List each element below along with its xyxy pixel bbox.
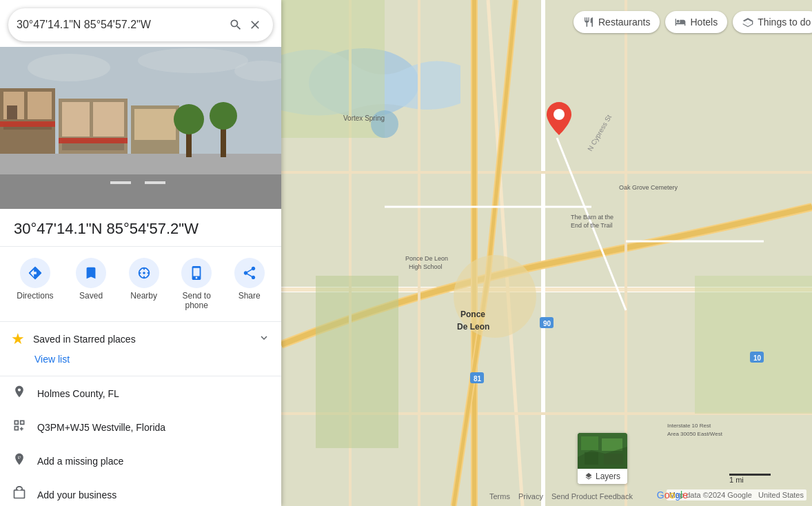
category-things-to-do[interactable]: Things to do [733, 11, 812, 33]
svg-text:Ponce: Ponce [460, 310, 485, 319]
svg-point-21 [174, 104, 204, 134]
share-icon [234, 258, 265, 288]
svg-point-24 [28, 54, 110, 81]
footer-links: Terms Privacy Send Product Feedback [489, 492, 633, 500]
svg-point-59 [554, 109, 565, 120]
svg-rect-17 [0, 174, 281, 209]
saved-button[interactable]: Saved [70, 255, 112, 313]
send-to-phone-icon [181, 258, 212, 288]
svg-rect-33 [19, 456, 20, 457]
svg-rect-8 [0, 121, 55, 127]
search-input-wrapper [8, 8, 273, 41]
svg-rect-16 [0, 154, 281, 174]
nearby-icon [129, 258, 159, 288]
svg-rect-11 [93, 102, 124, 136]
saved-section: ★ Saved in Starred places View list [0, 322, 281, 376]
location-icon [11, 385, 28, 402]
share-button[interactable]: Share [229, 255, 270, 313]
send-to-phone-label: Send tophone [182, 291, 210, 310]
svg-text:High School: High School [409, 263, 443, 270]
things-to-do-label: Things to do [758, 17, 811, 28]
add-missing-icon [11, 452, 28, 469]
saved-icon [76, 258, 106, 288]
layers-label-bar: Layers [578, 469, 627, 484]
svg-rect-63 [602, 438, 622, 451]
layers-text: Layers [596, 472, 620, 481]
add-business-text: Add your business [37, 489, 116, 500]
svg-text:Area 30050 East/West: Area 30050 East/West [667, 431, 723, 437]
svg-rect-13 [59, 138, 128, 143]
saved-label: Saved [79, 291, 103, 301]
svg-text:Interstate 10 Rest: Interstate 10 Rest [667, 423, 711, 429]
scale-label: 1 mi [729, 476, 744, 484]
place-title: 30°47'14.1"N 85°54'57.2"W [0, 209, 281, 247]
svg-rect-62 [581, 436, 598, 450]
svg-text:End of the Trail: End of the Trail [571, 222, 613, 229]
svg-point-25 [138, 48, 248, 73]
category-hotels[interactable]: Hotels [665, 11, 727, 33]
nearby-label: Nearby [130, 291, 157, 301]
street-view[interactable] [0, 47, 281, 209]
location-text: Holmes County, FL [37, 388, 119, 399]
svg-text:The Barn at the: The Barn at the [571, 214, 613, 221]
street-view-image [0, 47, 281, 209]
google-logo: Google [657, 489, 688, 500]
pluscode-icon [11, 418, 28, 436]
directions-button[interactable]: Directions [11, 255, 59, 313]
hotels-label: Hotels [690, 17, 718, 28]
svg-point-60 [556, 124, 562, 130]
terms-link[interactable]: Terms [489, 492, 510, 500]
view-list-button[interactable]: View list [11, 348, 70, 367]
svg-text:Ponce De Leon: Ponce De Leon [405, 255, 448, 262]
svg-rect-5 [28, 92, 52, 119]
send-to-phone-button[interactable]: Send tophone [176, 255, 217, 313]
svg-rect-40 [316, 276, 398, 448]
saved-left: ★ Saved in Starred places [11, 330, 136, 348]
saved-title: Saved in Starred places [33, 334, 136, 345]
pluscode-row[interactable]: Q3PM+WJ5 Westville, Florida [0, 410, 281, 444]
add-business-icon [11, 486, 28, 503]
svg-point-28 [143, 272, 145, 274]
svg-point-23 [210, 102, 237, 130]
clear-button[interactable] [245, 15, 265, 34]
svg-text:90: 90 [543, 320, 551, 327]
svg-rect-39 [695, 276, 812, 414]
chevron-down-icon [258, 332, 270, 347]
saved-header[interactable]: ★ Saved in Starred places [11, 330, 270, 348]
pluscode-text: Q3PM+WJ5 Westville, Florida [37, 422, 165, 433]
directions-icon [20, 258, 50, 288]
map-canvas[interactable]: Vortex Spring Ponce De Leon 90 81 10 Pon… [281, 0, 812, 506]
svg-rect-10 [62, 102, 90, 136]
scale-bar: 1 mi [729, 474, 771, 484]
send-feedback-link[interactable]: Send Product Feedback [551, 492, 633, 500]
search-bar [0, 0, 281, 47]
svg-text:Vortex Spring: Vortex Spring [343, 114, 385, 122]
restaurants-label: Restaurants [598, 17, 650, 28]
star-icon: ★ [11, 330, 25, 348]
layers-button[interactable]: Layers [578, 433, 627, 484]
add-missing-text: Add a missing place [37, 456, 123, 467]
layers-preview-thumbnail [578, 433, 627, 469]
category-restaurants[interactable]: Restaurants [574, 11, 660, 33]
united-states-text: United States [758, 491, 804, 499]
add-missing-place-row[interactable]: Add a missing place [0, 444, 281, 478]
map-area: Restaurants Hotels Things to do Transit … [281, 0, 812, 506]
add-business-row[interactable]: Add your business [0, 478, 281, 506]
action-buttons: Directions Saved Nearby Send tophone [0, 247, 281, 322]
svg-text:Oak Grove Cemetery: Oak Grove Cemetery [619, 184, 678, 191]
svg-text:De Leon: De Leon [457, 322, 489, 332]
share-label: Share [238, 291, 261, 301]
location-row[interactable]: Holmes County, FL [0, 376, 281, 410]
svg-rect-7 [7, 105, 17, 119]
search-input[interactable] [17, 19, 226, 31]
svg-rect-15 [134, 109, 176, 140]
nearby-button[interactable]: Nearby [123, 255, 165, 313]
map-pin[interactable] [547, 102, 571, 138]
svg-rect-19 [145, 181, 165, 184]
search-button[interactable] [226, 15, 245, 34]
privacy-link[interactable]: Privacy [518, 492, 543, 500]
directions-label: Directions [17, 291, 53, 301]
svg-rect-18 [110, 181, 131, 184]
scroll-content[interactable]: ★ Saved in Starred places View list Holm… [0, 322, 281, 506]
svg-text:10: 10 [753, 354, 762, 362]
